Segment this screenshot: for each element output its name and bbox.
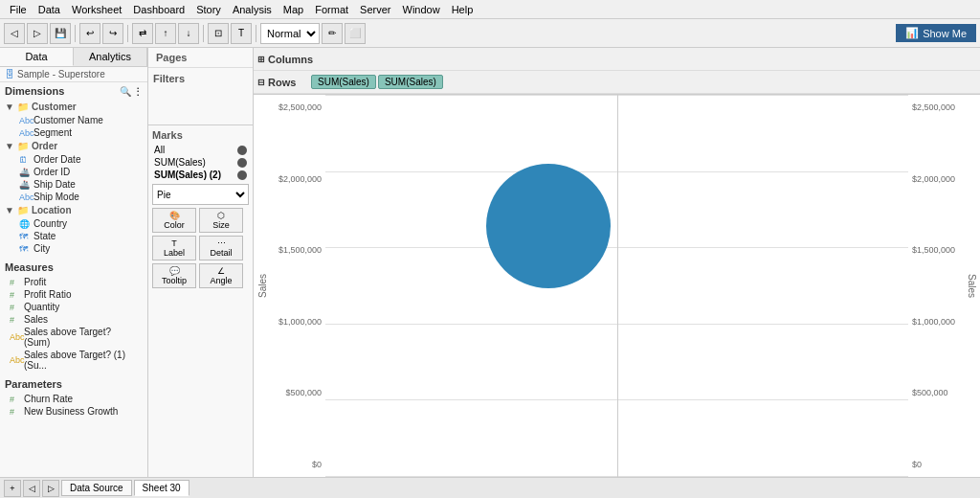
color-label: Color <box>164 220 185 230</box>
back-button[interactable]: ◁ <box>4 23 25 44</box>
dim-quantity[interactable]: # Quantity <box>0 301 147 313</box>
fit-button[interactable]: ⊡ <box>208 23 229 44</box>
label-button[interactable]: T Label <box>152 236 196 260</box>
data-source-label[interactable]: Sample - Superstore <box>17 69 105 79</box>
expand-icon-3: ▼ <box>5 205 14 215</box>
dim-ship-date[interactable]: 🚢 Ship Date <box>0 178 147 191</box>
angle-button[interactable]: ∠ Angle <box>199 263 243 288</box>
redo-button[interactable]: ↪ <box>102 23 123 44</box>
dim-sales[interactable]: # Sales <box>0 313 147 326</box>
dim-segment[interactable]: Abc Segment <box>0 126 147 139</box>
order-group-label: Order <box>32 141 57 151</box>
dimensions-label: Dimensions <box>5 85 64 97</box>
pie-chart[interactable] <box>486 164 611 288</box>
dim-sales-target-2[interactable]: Abc Sales above Target? (1) (Su... <box>0 349 147 372</box>
rows-label: ⊟ Rows <box>257 77 310 88</box>
tab-analytics[interactable]: Analytics <box>74 48 147 66</box>
expand-icon: ▼ <box>5 102 14 112</box>
menu-server[interactable]: Server <box>354 2 396 17</box>
ship-icon: 🚢 <box>19 168 31 177</box>
rows-pill-2[interactable]: SUM(Sales) <box>378 75 443 89</box>
marks-row-all: All <box>152 144 249 156</box>
menu-window[interactable]: Window <box>397 2 446 17</box>
search-icon[interactable]: 🔍 <box>120 86 131 97</box>
new-business-label: New Business Growth <box>24 406 118 417</box>
detail-button[interactable]: ⋯ Detail <box>199 236 243 260</box>
pages-label: Pages <box>156 52 187 63</box>
state-label: State <box>33 231 56 241</box>
customer-group-header[interactable]: ▼ 📁 Customer <box>0 100 147 114</box>
quantity-label: Quantity <box>24 302 59 312</box>
dim-order-date[interactable]: 🗓 Order Date <box>0 153 147 166</box>
undo-button[interactable]: ↩ <box>79 23 100 44</box>
sales-target-2-label: Sales above Target? (1) (Su... <box>24 350 138 371</box>
y-axis-right-bottom: $0 <box>912 460 922 469</box>
sum-icon-3: # <box>10 303 21 312</box>
dim-city[interactable]: 🗺 City <box>0 242 147 255</box>
sum-icon-4: # <box>10 315 21 325</box>
sales-label: Sales <box>24 314 48 325</box>
show-me-label: Show Me <box>923 28 967 39</box>
sort-icon[interactable]: ⋮ <box>133 86 143 97</box>
add-sheet-button[interactable]: + <box>4 480 21 497</box>
location-group-header[interactable]: ▼ 📁 Location <box>0 203 147 217</box>
ship-mode-label: Ship Mode <box>33 192 79 202</box>
dim-customer-name[interactable]: Abc Customer Name <box>0 114 147 126</box>
columns-text: Columns <box>268 54 313 65</box>
dim-churn-rate[interactable]: # Churn Rate <box>0 393 147 405</box>
dim-ship-mode[interactable]: Abc Ship Mode <box>0 191 147 203</box>
show-me-button[interactable]: 📊 Show Me <box>896 24 976 42</box>
folder-icon-2: 📁 <box>17 141 29 151</box>
dim-new-business[interactable]: # New Business Growth <box>0 405 147 418</box>
scroll-right-button[interactable]: ▷ <box>42 480 59 497</box>
size-button[interactable]: ⬡ Size <box>199 208 243 233</box>
swap-button[interactable]: ⇄ <box>132 23 153 44</box>
sheet-30-tab[interactable]: Sheet 30 <box>134 480 189 496</box>
label-button[interactable]: T <box>231 23 252 44</box>
canvas-inner: $2,500,000 $2,000,000 $1,500,000 $1,000,… <box>254 95 980 477</box>
country-label: Country <box>33 218 67 229</box>
y-axis-right-4: $500,000 <box>912 388 948 397</box>
tooltip-button[interactable]: 💬 Tooltip <box>152 263 196 288</box>
rows-icon: ⊟ <box>257 78 265 87</box>
menu-worksheet[interactable]: Worksheet <box>66 2 127 17</box>
forward-button[interactable]: ▷ <box>27 23 48 44</box>
menu-map[interactable]: Map <box>278 2 309 17</box>
scroll-left-button[interactable]: ◁ <box>23 480 40 497</box>
dim-state[interactable]: 🗺 State <box>0 230 147 242</box>
tab-data[interactable]: Data <box>0 48 74 66</box>
save-button[interactable]: 💾 <box>50 23 71 44</box>
sales-axis-title-right: Sales <box>967 274 977 298</box>
color-button[interactable]: 🎨 Color <box>152 208 196 233</box>
menu-dashboard[interactable]: Dashboard <box>127 2 190 17</box>
rows-pill-1[interactable]: SUM(Sales) <box>311 75 376 89</box>
expand-icon-2: ▼ <box>5 141 14 151</box>
marks-type-dropdown[interactable]: Pie <box>152 184 249 205</box>
sort-desc-button[interactable]: ↓ <box>178 23 199 44</box>
menu-story[interactable]: Story <box>190 2 227 17</box>
size-label: Size <box>212 220 230 230</box>
menu-help[interactable]: Help <box>446 2 479 17</box>
sort-asc-button[interactable]: ↑ <box>155 23 176 44</box>
dim-country[interactable]: 🌐 Country <box>0 217 147 230</box>
columns-shelf: ⊞ Columns <box>254 48 980 71</box>
toolbar-sep-3 <box>203 25 204 42</box>
folder-icon-3: 📁 <box>17 205 29 215</box>
pencil-button[interactable]: ✏ <box>322 23 343 44</box>
data-source-tab[interactable]: Data Source <box>61 480 132 496</box>
menu-analysis[interactable]: Analysis <box>227 2 278 17</box>
dim-order-id[interactable]: 🚢 Order ID <box>0 166 147 178</box>
dim-profit-ratio[interactable]: # Profit Ratio <box>0 288 147 301</box>
profit-label: Profit <box>24 277 46 287</box>
columns-label: ⊞ Columns <box>257 54 310 65</box>
view-dropdown[interactable]: Normal <box>260 23 320 44</box>
dim-profit[interactable]: # Profit <box>0 276 147 288</box>
dim-sales-target[interactable]: Abc Sales above Target? (Sum) <box>0 326 147 349</box>
param-icon: # <box>10 395 21 404</box>
menu-file[interactable]: File <box>4 2 33 17</box>
menu-data[interactable]: Data <box>33 2 66 17</box>
measures-label: Measures <box>5 261 54 273</box>
monitor-button[interactable]: ⬜ <box>345 23 366 44</box>
order-group-header[interactable]: ▼ 📁 Order <box>0 139 147 153</box>
menu-format[interactable]: Format <box>309 2 354 17</box>
